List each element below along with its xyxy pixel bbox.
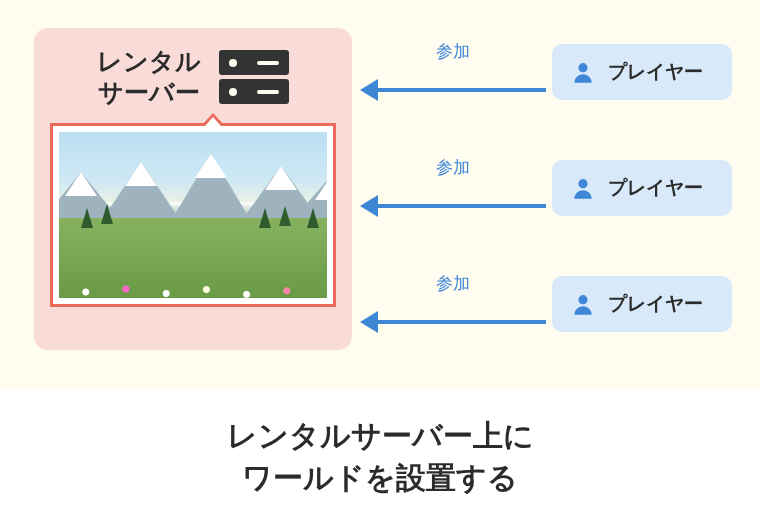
caption-band: レンタルサーバー上に ワールドを設置する: [0, 390, 760, 524]
server-title: レンタル サーバー: [97, 46, 201, 109]
arrow-line: [378, 320, 546, 324]
server-title-line1: レンタル: [97, 47, 201, 75]
arrow-line: [378, 88, 546, 92]
svg-point-2: [578, 295, 587, 304]
player-box-1: プレイヤー: [552, 44, 732, 100]
player-label: プレイヤー: [608, 175, 703, 201]
arrow-left-icon: [360, 79, 378, 101]
caption-line-1: レンタルサーバー上に: [227, 415, 534, 457]
arrow-line: [378, 204, 546, 208]
world-landscape-image: [59, 132, 327, 298]
world-frame: [50, 123, 336, 307]
svg-point-0: [578, 63, 587, 72]
rental-server-box: レンタル サーバー: [34, 28, 352, 350]
arrow-left-icon: [360, 195, 378, 217]
server-header: レンタル サーバー: [50, 46, 336, 109]
diagram-canvas: レンタル サーバー: [0, 0, 760, 524]
caption-line-2: ワールドを設置する: [242, 457, 518, 499]
player-label: プレイヤー: [608, 59, 703, 85]
server-unit-icon: [219, 50, 289, 75]
arrow-label: 参加: [436, 272, 470, 295]
server-unit-icon: [219, 79, 289, 104]
player-box-2: プレイヤー: [552, 160, 732, 216]
join-arrow-2: 参加: [360, 178, 546, 208]
meadow-graphic: [59, 218, 327, 298]
join-arrow-1: 参加: [360, 62, 546, 92]
speech-notch-icon: [201, 113, 225, 126]
join-arrow-3: 参加: [360, 294, 546, 324]
arrow-label: 参加: [436, 156, 470, 179]
person-icon: [570, 175, 596, 201]
arrow-label: 参加: [436, 40, 470, 63]
svg-point-1: [578, 179, 587, 188]
server-title-line2: サーバー: [98, 78, 200, 106]
person-icon: [570, 59, 596, 85]
server-rack-icon: [219, 50, 289, 104]
arrow-left-icon: [360, 311, 378, 333]
person-icon: [570, 291, 596, 317]
player-box-3: プレイヤー: [552, 276, 732, 332]
player-label: プレイヤー: [608, 291, 703, 317]
